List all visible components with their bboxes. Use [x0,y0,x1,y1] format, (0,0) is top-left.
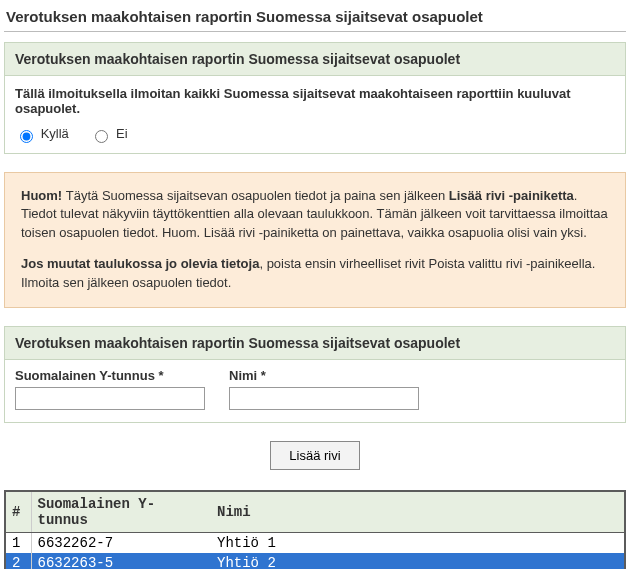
notice-lead: Huom! [21,188,66,203]
grid-col-nimi: Nimi [211,491,625,533]
notice-paragraph-2: Jos muutat taulukossa jo olevia tietoja,… [21,255,609,293]
cell-ytunnus: 6632263-5 [31,553,211,569]
radio-no-label[interactable]: Ei [90,126,127,141]
section-declaration-header: Verotuksen maakohtaisen raportin Suomess… [5,43,625,76]
grid-header-row: # Suomalainen Y-tunnus Nimi [5,491,625,533]
grid-col-ytunnus: Suomalainen Y-tunnus [31,491,211,533]
grid-col-idx: # [5,491,31,533]
page-title: Verotuksen maakohtaisen raportin Suomess… [4,4,626,32]
field-nimi: Nimi * [229,368,419,410]
table-row[interactable]: 16632262-7Yhtiö 1 [5,532,625,553]
notice-p2a: Jos muutat taulukossa jo olevia tietoja [21,256,259,271]
cell-ytunnus: 6632262-7 [31,532,211,553]
input-nimi[interactable] [229,387,419,410]
radio-yes-text: Kyllä [41,126,69,141]
add-row-button[interactable]: Lisää rivi [270,441,359,470]
label-nimi: Nimi * [229,368,419,383]
cell-idx: 2 [5,553,31,569]
cell-idx: 1 [5,532,31,553]
declaration-prompt: Tällä ilmoituksella ilmoitan kaikki Suom… [15,86,615,116]
section-declaration-body: Tällä ilmoituksella ilmoitan kaikki Suom… [5,76,625,153]
form-row: Suomalainen Y-tunnus * Nimi * [5,360,625,422]
button-row: Lisää rivi [4,441,626,470]
cell-nimi: Yhtiö 2 [211,553,625,569]
data-grid: # Suomalainen Y-tunnus Nimi 16632262-7Yh… [4,490,626,569]
section-form: Verotuksen maakohtaisen raportin Suomess… [4,326,626,423]
radio-no-text: Ei [116,126,128,141]
section-declaration: Verotuksen maakohtaisen raportin Suomess… [4,42,626,154]
notice-paragraph-1: Huom! Täytä Suomessa sijaitsevan osapuol… [21,187,609,244]
notice-p1b: Lisää rivi -painiketta [449,188,574,203]
radio-yes[interactable] [20,130,33,143]
section-form-header: Verotuksen maakohtaisen raportin Suomess… [5,327,625,360]
declaration-radio-row: Kyllä Ei [15,126,615,143]
notice-box: Huom! Täytä Suomessa sijaitsevan osapuol… [4,172,626,308]
field-ytunnus: Suomalainen Y-tunnus * [15,368,205,410]
cell-nimi: Yhtiö 1 [211,532,625,553]
radio-yes-label[interactable]: Kyllä [15,126,72,141]
label-ytunnus: Suomalainen Y-tunnus * [15,368,205,383]
notice-p1a: Täytä Suomessa sijaitsevan osapuolen tie… [66,188,449,203]
input-ytunnus[interactable] [15,387,205,410]
table-row[interactable]: 26632263-5Yhtiö 2 [5,553,625,569]
radio-no[interactable] [95,130,108,143]
